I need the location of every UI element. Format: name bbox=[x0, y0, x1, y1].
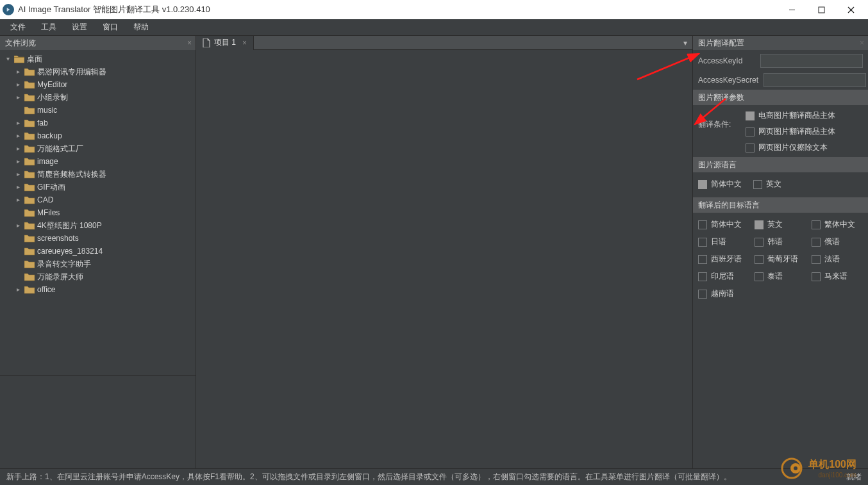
checkbox-label: 网页图片翻译商品主体 bbox=[758, 126, 835, 137]
checkbox-label: 日语 bbox=[711, 236, 726, 247]
tree-item[interactable]: ▸fab bbox=[0, 117, 196, 129]
tree-item[interactable]: ▸小组录制 bbox=[0, 91, 196, 104]
checkbox-icon bbox=[812, 255, 821, 264]
target-lang-1[interactable]: 英文 bbox=[755, 219, 806, 230]
target-lang-2[interactable]: 繁体中文 bbox=[812, 219, 863, 230]
checkbox-label: 法语 bbox=[824, 254, 840, 265]
tree-item[interactable]: ▸易游网讯专用编辑器 bbox=[0, 65, 196, 78]
tab-project-1[interactable]: 项目 1 × bbox=[196, 36, 254, 50]
tree-item[interactable]: screenshots bbox=[0, 232, 196, 245]
checkbox-icon bbox=[746, 111, 755, 120]
checkbox-icon bbox=[698, 238, 707, 247]
config-panel-close-icon[interactable]: × bbox=[860, 38, 864, 47]
checkbox-label: 葡萄牙语 bbox=[767, 254, 798, 265]
tree-item[interactable]: music bbox=[0, 104, 196, 117]
condition-option-2[interactable]: 网页图片仅擦除文本 bbox=[746, 142, 835, 153]
tab-dropdown-icon[interactable]: ▾ bbox=[678, 38, 692, 47]
target-lang-6[interactable]: 西班牙语 bbox=[698, 254, 749, 265]
condition-option-0[interactable]: 电商图片翻译商品主体 bbox=[746, 110, 835, 121]
app-icon bbox=[3, 4, 14, 15]
folder-icon bbox=[24, 272, 35, 281]
caret-right-icon: ▸ bbox=[14, 193, 22, 206]
checkbox-label: 简体中文 bbox=[711, 219, 742, 230]
access-key-id-input[interactable] bbox=[760, 54, 863, 68]
svg-rect-2 bbox=[819, 7, 824, 13]
config-panel-header: 图片翻译配置 × bbox=[693, 36, 868, 50]
file-tree[interactable]: ▾桌面▸易游网讯专用编辑器▸MyEditor▸小组录制music▸fab▸bac… bbox=[0, 50, 196, 375]
tree-item[interactable]: careueyes_183214 bbox=[0, 245, 196, 258]
folder-icon bbox=[24, 221, 35, 230]
condition-options: 电商图片翻译商品主体网页图片翻译商品主体网页图片仅擦除文本 bbox=[746, 110, 835, 153]
file-browser-header: 文件浏览 × bbox=[0, 36, 196, 50]
tree-item[interactable]: 录音转文字助手 bbox=[0, 258, 196, 270]
source-lang-1[interactable]: 英文 bbox=[753, 179, 781, 190]
tree-root-desktop[interactable]: ▾桌面 bbox=[0, 53, 196, 65]
tree-item[interactable]: ▸office bbox=[0, 283, 196, 296]
checkbox-icon bbox=[812, 220, 821, 229]
checkbox-icon bbox=[755, 220, 764, 229]
folder-icon bbox=[24, 195, 35, 204]
editor-canvas[interactable] bbox=[196, 50, 692, 468]
document-icon bbox=[203, 38, 210, 47]
target-languages: 简体中文英文繁体中文日语韩语俄语西班牙语葡萄牙语法语印尼语泰语马来语越南语 bbox=[693, 213, 868, 306]
tree-item-label: 录音转文字助手 bbox=[37, 258, 91, 270]
minimize-button[interactable] bbox=[777, 0, 806, 19]
checkbox-icon bbox=[698, 220, 707, 229]
tree-item[interactable]: 万能录屏大师 bbox=[0, 270, 196, 283]
folder-icon bbox=[24, 144, 35, 153]
tree-item[interactable]: ▸4K壁纸图片 1080P bbox=[0, 219, 196, 232]
condition-option-1[interactable]: 网页图片翻译商品主体 bbox=[746, 126, 835, 137]
tree-item[interactable]: ▸万能格式工厂 bbox=[0, 142, 196, 155]
target-lang-8[interactable]: 法语 bbox=[812, 254, 863, 265]
tree-item-label: 万能录屏大师 bbox=[37, 270, 83, 283]
folder-icon bbox=[24, 67, 35, 76]
menu-tools[interactable]: 工具 bbox=[33, 19, 64, 35]
tab-close-icon[interactable]: × bbox=[242, 38, 247, 47]
title-bar: AI Image Translator 智能图片翻译工具 v1.0.230.41… bbox=[0, 0, 868, 19]
menu-window[interactable]: 窗口 bbox=[95, 19, 126, 35]
target-lang-4[interactable]: 韩语 bbox=[755, 236, 806, 247]
menu-file[interactable]: 文件 bbox=[3, 19, 33, 35]
menu-help[interactable]: 帮助 bbox=[126, 19, 156, 35]
status-text: 就绪 bbox=[846, 472, 862, 482]
target-lang-10[interactable]: 泰语 bbox=[755, 271, 806, 282]
folder-icon bbox=[24, 131, 35, 140]
checkbox-icon bbox=[755, 238, 764, 247]
menu-settings[interactable]: 设置 bbox=[64, 19, 95, 35]
maximize-button[interactable] bbox=[806, 0, 836, 19]
target-lang-0[interactable]: 简体中文 bbox=[698, 219, 749, 230]
checkbox-label: 马来语 bbox=[824, 271, 847, 282]
folder-icon bbox=[24, 183, 35, 192]
checkbox-label: 繁体中文 bbox=[824, 219, 855, 230]
checkbox-label: 英文 bbox=[767, 219, 783, 230]
caret-right-icon: ▸ bbox=[14, 283, 22, 296]
folder-icon bbox=[24, 157, 35, 166]
target-lang-12[interactable]: 越南语 bbox=[698, 288, 749, 299]
tree-item[interactable]: MFiles bbox=[0, 206, 196, 219]
folder-icon bbox=[24, 119, 35, 127]
file-browser-close-icon[interactable]: × bbox=[187, 38, 192, 47]
tree-item-label: backup bbox=[37, 129, 62, 142]
config-panel: 图片翻译配置 × AccessKeyId AccessKeySecret 图片翻… bbox=[692, 36, 868, 468]
source-lang-0[interactable]: 简体中文 bbox=[698, 179, 742, 190]
access-key-secret-input[interactable] bbox=[764, 73, 866, 87]
checkbox-icon bbox=[746, 127, 755, 136]
file-browser-panel: 文件浏览 × ▾桌面▸易游网讯专用编辑器▸MyEditor▸小组录制music▸… bbox=[0, 36, 196, 468]
tree-item-label: 万能格式工厂 bbox=[37, 142, 83, 155]
target-lang-11[interactable]: 马来语 bbox=[812, 271, 863, 282]
target-lang-5[interactable]: 俄语 bbox=[812, 236, 863, 247]
checkbox-icon bbox=[698, 290, 707, 299]
caret-right-icon: ▸ bbox=[14, 168, 22, 181]
close-button[interactable] bbox=[836, 0, 865, 19]
checkbox-label: 俄语 bbox=[824, 236, 840, 247]
tree-item[interactable]: ▸CAD bbox=[0, 193, 196, 206]
tree-item[interactable]: ▸image bbox=[0, 155, 196, 168]
folder-icon bbox=[24, 208, 35, 217]
target-lang-9[interactable]: 印尼语 bbox=[698, 271, 749, 282]
tree-item[interactable]: ▸MyEditor bbox=[0, 78, 196, 91]
tree-item[interactable]: ▸GIF动画 bbox=[0, 181, 196, 193]
tree-item[interactable]: ▸简鹿音频格式转换器 bbox=[0, 168, 196, 181]
tree-item[interactable]: ▸backup bbox=[0, 129, 196, 142]
target-lang-7[interactable]: 葡萄牙语 bbox=[755, 254, 806, 265]
target-lang-3[interactable]: 日语 bbox=[698, 236, 749, 247]
